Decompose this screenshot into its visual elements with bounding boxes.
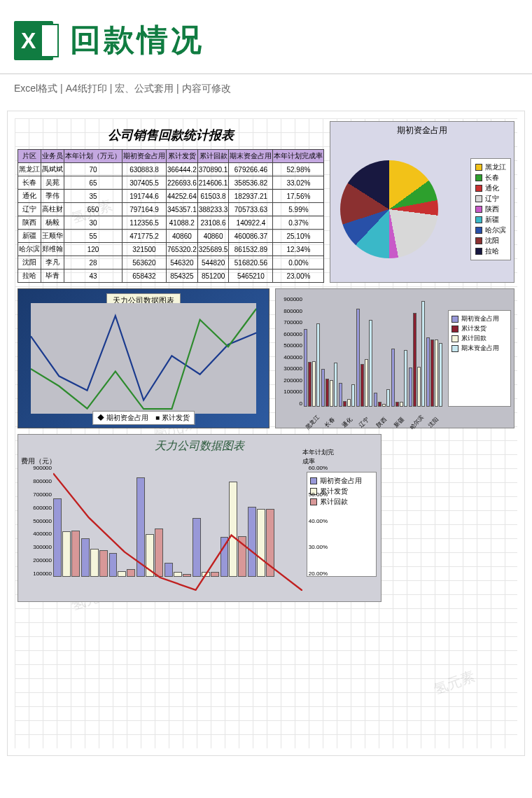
combo-y-left: 9000008000007000006000005000004000003000… (21, 465, 52, 577)
table-header: 期初资金占用 (122, 150, 167, 163)
legend-item: 通化 (475, 183, 506, 193)
subtitle-meta: Excel格式 | A4纸打印 | 宏、公式套用 | 内容可修改 (0, 74, 532, 104)
line-chart[interactable]: 天力公司数据图表 ◆ 期初资金占用 ■ 累计发货 (18, 288, 270, 428)
legend-item: 拉哈 (475, 246, 506, 256)
page-title: 回款情况 (70, 20, 204, 61)
pie-legend: 黑龙江长春通化辽宁陕西新疆哈尔滨沈阳拉哈 (470, 158, 511, 260)
sales-table[interactable]: 片区业务员本年计划（万元）期初资金占用累计发货累计回款期末资金占用本年计划完成率… (18, 149, 324, 283)
table-header: 片区 (18, 150, 41, 163)
bar-chart[interactable]: 9000008000007000006000005000004000003000… (275, 288, 514, 428)
table-row[interactable]: 沈阳李凡28563620546320544820516820.560.00% (18, 256, 324, 270)
bar-x-axis: 黑龙江长春通化辽宁陕西新疆哈尔滨沈阳 (304, 419, 442, 426)
table-row[interactable]: 辽宁高柱财650797164.9345357.1388233.3705733.6… (18, 203, 324, 216)
table-row[interactable]: 通化季伟35191744.644252.6461503.8182937.2117… (18, 190, 324, 203)
legend-item: 辽宁 (475, 194, 506, 204)
legend-item: 哈尔滨 (475, 225, 506, 235)
table-row[interactable]: 哈尔滨郑维翰120321500765320.2325689.5861532.89… (18, 243, 324, 256)
legend-item: 长春 (475, 173, 506, 183)
combo-y-right: 60.00%50.00%40.00%30.00%20.00% (309, 465, 328, 577)
table-header: 业务员 (41, 150, 64, 163)
bar-legend: 期初资金占用累计发货累计回款期末资金占用 (448, 310, 511, 407)
pie-chart[interactable]: 期初资金占用 黑龙江长春通化辽宁陕西新疆哈尔滨沈阳拉哈 (330, 121, 514, 283)
bar-y-axis: 9000008000007000006000005000004000003000… (277, 296, 302, 407)
legend-item: 累计发货 (162, 414, 190, 421)
legend-item: 黑龙江 (475, 162, 506, 172)
header-bar: 回款情况 (0, 0, 532, 74)
combo-y2label: 本年计划完成率 (302, 448, 337, 466)
combo-chart[interactable]: 天力公司数据图表 费用（元） 本年计划完成率 90000080000070000… (18, 434, 382, 602)
table-header: 累计发货 (167, 150, 198, 163)
line-plot (31, 303, 256, 414)
pie-slices (340, 160, 438, 258)
table-header: 本年计划（万元） (64, 150, 122, 163)
bar-bars (304, 296, 442, 407)
legend-item: 期初资金占用 (106, 414, 148, 421)
excel-icon (14, 21, 53, 60)
data-table-section: 公司销售回款统计报表 片区业务员本年计划（万元）期初资金占用累计发货累计回款期末… (18, 121, 324, 283)
table-row[interactable]: 黑龙江禹斌斌70630883.8366444.2370890.1679266.4… (18, 163, 324, 176)
template-preview: 氢元素 氢元素 氢元素 氢元素 氢元素 公司销售回款统计报表 片区业务员本年计划… (7, 111, 525, 756)
legend-item: 陕西 (475, 204, 506, 214)
legend-item: 新疆 (475, 215, 506, 225)
table-header: 累计回款 (197, 150, 229, 163)
spreadsheet-sheet: 氢元素 氢元素 氢元素 氢元素 氢元素 公司销售回款统计报表 片区业务员本年计划… (15, 118, 517, 748)
table-header: 本年计划完成率 (273, 150, 324, 163)
pie-title: 期初资金占用 (333, 125, 511, 136)
table-row[interactable]: 长春吴苑65307405.5226693.6214606.1358536.823… (18, 176, 324, 190)
combo-line (53, 458, 302, 591)
table-row[interactable]: 拉哈毕青43658432854325851200546521023.00% (18, 270, 324, 283)
legend-item: 沈阳 (475, 236, 506, 246)
table-row[interactable]: 陕西杨毅30112356.541088.223108.6140922.40.37… (18, 216, 324, 230)
report-title: 公司销售回款统计报表 (18, 127, 324, 144)
line-legend: ◆ 期初资金占用 ■ 累计发货 (92, 411, 195, 425)
table-header: 期末资金占用 (229, 150, 273, 163)
table-row[interactable]: 新疆王顺华55471775.24086040860460086.3725.10% (18, 230, 324, 243)
